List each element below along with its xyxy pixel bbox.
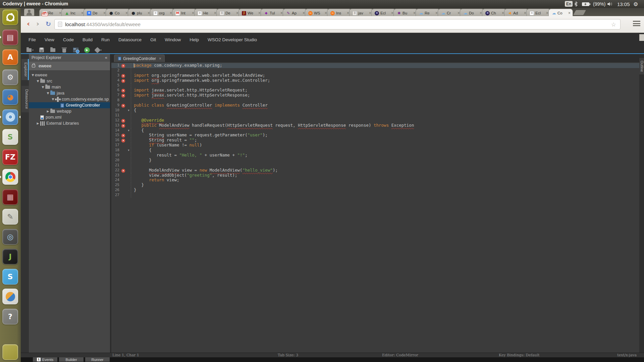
error-marker-icon[interactable]: ×: [121, 124, 125, 128]
tree-open-arrow-icon[interactable]: ▼: [51, 98, 55, 101]
browser-tab-he[interactable]: ≡He×: [194, 9, 219, 16]
menu-build[interactable]: Build: [78, 37, 97, 42]
close-tab-icon[interactable]: ×: [524, 11, 526, 15]
collapse-panel-icon[interactable]: «: [105, 55, 107, 60]
close-tab-icon[interactable]: ×: [159, 56, 161, 61]
dropdown-caret-icon[interactable]: ▾: [100, 49, 102, 52]
close-tab-icon[interactable]: ×: [546, 11, 548, 15]
build-button[interactable]: ▾: [94, 46, 103, 54]
browser-tab-cr[interactable]: ☁Cr×: [438, 9, 462, 16]
tree-item-main[interactable]: ▼main: [29, 84, 110, 90]
browser-tab-ap[interactable]: ✎Ap×: [283, 9, 307, 16]
menu-view[interactable]: View: [40, 37, 59, 42]
error-marker-icon[interactable]: ×: [121, 74, 125, 78]
help-launcher-icon[interactable]: ?: [2, 309, 18, 324]
browser-tab-ecl[interactable]: ≡Ecl×: [371, 9, 396, 16]
bottom-tab-runner[interactable]: Runner: [85, 357, 110, 362]
error-marker-icon[interactable]: ×: [121, 139, 125, 142]
close-tab-icon[interactable]: ×: [413, 11, 416, 15]
browser-tab-int[interactable]: MInt×: [172, 9, 197, 16]
close-tab-icon[interactable]: ×: [391, 11, 393, 15]
close-tab-icon[interactable]: ×: [303, 11, 305, 15]
trash-launcher-icon[interactable]: [2, 344, 18, 360]
browser-tab-co[interactable]: ☁Co×: [548, 9, 573, 16]
delete-button[interactable]: [60, 46, 69, 54]
browser-tab-ins[interactable]: ~Ins×: [327, 9, 352, 16]
close-tab-icon[interactable]: ×: [502, 11, 504, 15]
session-gear-icon[interactable]: ⚙: [633, 0, 638, 8]
error-marker-icon[interactable]: ×: [121, 64, 125, 68]
side-tab-explorer[interactable]: Explorer: [21, 59, 29, 80]
browser-tab-co[interactable]: ●Co×: [106, 9, 130, 16]
tree-item-eweee[interactable]: ▼eweee: [29, 72, 110, 78]
close-tab-icon[interactable]: ×: [236, 11, 238, 15]
fold-arrow-icon[interactable]: ▾: [126, 148, 131, 153]
software-center-launcher-icon[interactable]: A: [2, 49, 18, 65]
browser-tab-de[interactable]: ≣De×: [216, 9, 241, 16]
error-marker-icon[interactable]: ×: [121, 89, 125, 93]
browser-tab-bu[interactable]: ✱Bu×: [393, 9, 418, 16]
close-tab-icon[interactable]: ×: [192, 11, 194, 15]
browser-tab-tul[interactable]: ◆Tul×: [261, 9, 285, 16]
chromium-browser-launcher-icon[interactable]: [2, 109, 18, 125]
skype-launcher-icon[interactable]: S: [2, 269, 18, 285]
close-tab-icon[interactable]: ×: [347, 11, 349, 15]
url-text[interactable]: localhost:44350/ws/default/eweee: [65, 21, 141, 27]
tree-open-arrow-icon[interactable]: ▼: [46, 92, 50, 95]
back-button[interactable]: ‹: [27, 19, 30, 29]
error-marker-icon[interactable]: ×: [121, 169, 125, 173]
side-tab-outline[interactable]: Outline: [639, 58, 644, 74]
reload-button[interactable]: ↻: [46, 19, 51, 29]
tree-item-pom-xml[interactable]: pom.xml: [29, 114, 110, 120]
media-player-launcher-icon[interactable]: ▦: [2, 189, 18, 205]
browser-tab-ad[interactable]: ◀Ad×: [504, 9, 529, 16]
browser-tab-inc[interactable]: ▲Inc×: [61, 9, 86, 16]
tree-open-arrow-icon[interactable]: ▼: [36, 79, 40, 83]
browser-tab-jav[interactable]: ≣jav×: [349, 9, 374, 16]
volume-icon[interactable]: [607, 0, 613, 8]
editor-tab-greetingcontroller[interactable]: GreetingController ×: [114, 55, 165, 62]
tree-item-com-codenvy-example-sp[interactable]: ▼com.codenvy.example.sp: [29, 96, 110, 102]
code-editor[interactable]: 1×package com.codenvy.example.spring;23×…: [111, 62, 639, 353]
files-launcher-icon[interactable]: ▤: [2, 29, 18, 45]
system-settings-launcher-icon[interactable]: ⚙: [2, 69, 18, 85]
ubuntu-dash-launcher-icon[interactable]: [2, 9, 18, 25]
close-tab-icon[interactable]: ×: [125, 11, 128, 15]
shutter-launcher-icon[interactable]: S: [2, 129, 18, 145]
battery-icon[interactable]: [582, 0, 590, 8]
browser-tab-ch[interactable]: ≡Ch×: [482, 9, 506, 16]
close-tab-icon[interactable]: ×: [148, 11, 150, 15]
chrome-browser-launcher-icon[interactable]: [2, 169, 18, 185]
run-button[interactable]: ▶: [83, 46, 92, 54]
menu-datasource[interactable]: Datasource: [114, 37, 146, 42]
tree-item-java[interactable]: ▼java: [29, 90, 110, 96]
browser-tab-re[interactable]: ☁Re×: [416, 9, 440, 16]
close-tab-icon[interactable]: ×: [568, 11, 571, 15]
browser-tab-we[interactable]: JWe×: [238, 9, 263, 16]
fold-arrow-icon[interactable]: ▾: [126, 108, 131, 113]
profile-avatar-button[interactable]: [24, 9, 34, 16]
bottom-tab-events[interactable]: 1Events: [33, 357, 57, 362]
menu-git[interactable]: Git: [146, 37, 160, 42]
close-tab-icon[interactable]: ×: [258, 11, 261, 15]
close-tab-icon[interactable]: ×: [214, 11, 216, 15]
bookmark-star-icon[interactable]: ☆: [611, 21, 616, 28]
format-button[interactable]: 10: [71, 46, 80, 54]
page-scrollbar[interactable]: [639, 34, 644, 41]
close-tab-icon[interactable]: ×: [458, 11, 460, 15]
remove-item-button[interactable]: [48, 46, 57, 54]
close-tab-icon[interactable]: ×: [325, 11, 327, 15]
close-tab-icon[interactable]: ×: [280, 11, 283, 15]
clock[interactable]: 13:05: [617, 0, 630, 8]
forward-button[interactable]: ›: [36, 19, 39, 29]
menu-code[interactable]: Code: [59, 37, 78, 42]
menu-wso2-developer-studio[interactable]: WSO2 Developer Studio: [203, 37, 261, 42]
browser-tab-org[interactable]: ≡org×: [150, 9, 174, 16]
error-marker-icon[interactable]: ×: [121, 104, 125, 108]
ball-app-launcher-icon[interactable]: [2, 289, 18, 304]
tree-item-greetingcontroller[interactable]: GreetingController: [29, 102, 110, 108]
tree-open-arrow-icon[interactable]: ▼: [31, 73, 35, 77]
browser-tab-ecl[interactable]: ≡Ecl×: [526, 9, 551, 16]
browser-tab-plu[interactable]: ●plu×: [128, 9, 152, 16]
dropdown-caret-icon[interactable]: ▾: [32, 49, 34, 52]
